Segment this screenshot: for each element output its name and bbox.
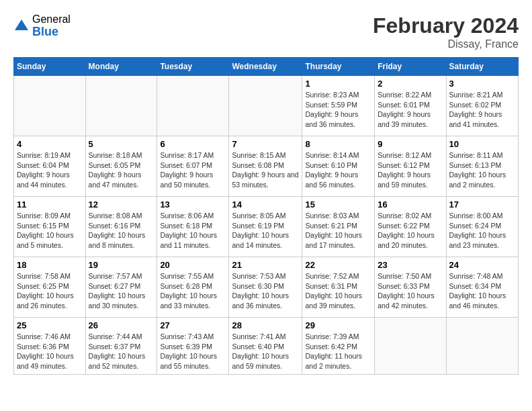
day-number: 11 xyxy=(17,199,83,210)
day-info: Sunrise: 8:18 AMSunset: 6:05 PMDaylight:… xyxy=(89,150,154,190)
calendar-cell: 14Sunrise: 8:05 AMSunset: 6:19 PMDayligh… xyxy=(229,197,302,257)
calendar-cell: 3Sunrise: 8:21 AMSunset: 6:02 PMDaylight… xyxy=(446,76,518,136)
logo: General Blue xyxy=(13,13,71,38)
day-number: 5 xyxy=(89,139,154,149)
header-row: SundayMondayTuesdayWednesdayThursdayFrid… xyxy=(14,58,519,76)
day-number: 24 xyxy=(449,260,515,270)
calendar-cell: 28Sunrise: 7:41 AMSunset: 6:40 PMDayligh… xyxy=(229,318,302,375)
day-info: Sunrise: 7:58 AMSunset: 6:25 PMDaylight:… xyxy=(17,271,83,311)
day-info: Sunrise: 7:39 AMSunset: 6:42 PMDaylight:… xyxy=(305,332,371,371)
calendar-cell: 26Sunrise: 7:44 AMSunset: 6:37 PMDayligh… xyxy=(85,318,157,375)
day-info: Sunrise: 8:02 AMSunset: 6:22 PMDaylight:… xyxy=(378,211,443,250)
day-info: Sunrise: 8:08 AMSunset: 6:16 PMDaylight:… xyxy=(89,211,154,250)
day-number: 16 xyxy=(378,199,443,210)
day-info: Sunrise: 8:05 AMSunset: 6:19 PMDaylight:… xyxy=(232,211,299,250)
day-info: Sunrise: 7:41 AMSunset: 6:40 PMDaylight:… xyxy=(232,332,299,371)
calendar-week-row: 18Sunrise: 7:58 AMSunset: 6:25 PMDayligh… xyxy=(14,257,519,318)
calendar-cell: 18Sunrise: 7:58 AMSunset: 6:25 PMDayligh… xyxy=(14,257,86,318)
calendar-cell: 4Sunrise: 8:19 AMSunset: 6:04 PMDaylight… xyxy=(14,136,86,197)
calendar-cell: 9Sunrise: 8:12 AMSunset: 6:12 PMDaylight… xyxy=(375,136,446,197)
calendar-cell: 22Sunrise: 7:52 AMSunset: 6:31 PMDayligh… xyxy=(302,257,375,318)
day-number: 25 xyxy=(17,320,83,330)
day-number: 18 xyxy=(17,260,83,270)
day-number: 4 xyxy=(17,139,83,149)
calendar-cell: 17Sunrise: 8:00 AMSunset: 6:24 PMDayligh… xyxy=(446,197,518,257)
day-info: Sunrise: 7:52 AMSunset: 6:31 PMDaylight:… xyxy=(305,271,371,311)
day-info: Sunrise: 7:55 AMSunset: 6:28 PMDaylight:… xyxy=(160,271,226,311)
header-day: Thursday xyxy=(302,58,375,76)
header-day: Tuesday xyxy=(157,58,229,76)
day-info: Sunrise: 7:46 AMSunset: 6:36 PMDaylight:… xyxy=(17,332,83,371)
header-day: Wednesday xyxy=(229,58,302,76)
calendar-week-row: 11Sunrise: 8:09 AMSunset: 6:15 PMDayligh… xyxy=(14,197,519,257)
day-number: 9 xyxy=(378,139,443,149)
day-number: 28 xyxy=(232,320,299,330)
day-info: Sunrise: 8:23 AMSunset: 5:59 PMDaylight:… xyxy=(305,90,371,130)
calendar-cell xyxy=(157,76,229,136)
calendar-week-row: 1Sunrise: 8:23 AMSunset: 5:59 PMDaylight… xyxy=(14,76,519,136)
day-number: 15 xyxy=(305,199,371,210)
calendar-cell: 29Sunrise: 7:39 AMSunset: 6:42 PMDayligh… xyxy=(302,318,375,375)
calendar-cell: 15Sunrise: 8:03 AMSunset: 6:21 PMDayligh… xyxy=(302,197,375,257)
calendar-cell: 19Sunrise: 7:57 AMSunset: 6:27 PMDayligh… xyxy=(85,257,157,318)
page-header: General Blue February 2024 Dissay, Franc… xyxy=(13,13,519,50)
day-info: Sunrise: 7:53 AMSunset: 6:30 PMDaylight:… xyxy=(232,271,299,311)
calendar-body: 1Sunrise: 8:23 AMSunset: 5:59 PMDaylight… xyxy=(14,76,519,375)
day-number: 23 xyxy=(378,260,443,270)
day-number: 21 xyxy=(232,260,299,270)
day-info: Sunrise: 8:17 AMSunset: 6:07 PMDaylight:… xyxy=(160,150,226,190)
logo-general: General xyxy=(32,13,71,26)
day-info: Sunrise: 7:50 AMSunset: 6:33 PMDaylight:… xyxy=(378,271,443,311)
day-info: Sunrise: 7:44 AMSunset: 6:37 PMDaylight:… xyxy=(89,332,154,371)
calendar-cell: 2Sunrise: 8:22 AMSunset: 6:01 PMDaylight… xyxy=(375,76,446,136)
day-number: 26 xyxy=(89,320,154,330)
calendar-cell: 11Sunrise: 8:09 AMSunset: 6:15 PMDayligh… xyxy=(14,197,86,257)
day-info: Sunrise: 8:22 AMSunset: 6:01 PMDaylight:… xyxy=(378,90,443,130)
day-number: 19 xyxy=(89,260,154,270)
logo-text: General Blue xyxy=(32,13,71,38)
day-number: 12 xyxy=(89,199,154,210)
day-number: 2 xyxy=(378,79,443,89)
calendar-week-row: 4Sunrise: 8:19 AMSunset: 6:04 PMDaylight… xyxy=(14,136,519,197)
day-number: 29 xyxy=(305,320,371,330)
calendar-cell xyxy=(85,76,157,136)
calendar-subtitle: Dissay, France xyxy=(373,38,519,50)
calendar-cell: 16Sunrise: 8:02 AMSunset: 6:22 PMDayligh… xyxy=(375,197,446,257)
day-info: Sunrise: 8:09 AMSunset: 6:15 PMDaylight:… xyxy=(17,211,83,250)
calendar-cell: 12Sunrise: 8:08 AMSunset: 6:16 PMDayligh… xyxy=(85,197,157,257)
day-number: 22 xyxy=(305,260,371,270)
calendar-cell: 7Sunrise: 8:15 AMSunset: 6:08 PMDaylight… xyxy=(229,136,302,197)
calendar-cell: 21Sunrise: 7:53 AMSunset: 6:30 PMDayligh… xyxy=(229,257,302,318)
calendar-cell: 1Sunrise: 8:23 AMSunset: 5:59 PMDaylight… xyxy=(302,76,375,136)
day-info: Sunrise: 7:48 AMSunset: 6:34 PMDaylight:… xyxy=(449,271,515,311)
calendar-cell xyxy=(375,318,446,375)
logo-blue: Blue xyxy=(32,26,71,39)
calendar-cell: 5Sunrise: 8:18 AMSunset: 6:05 PMDaylight… xyxy=(85,136,157,197)
calendar-cell: 20Sunrise: 7:55 AMSunset: 6:28 PMDayligh… xyxy=(157,257,229,318)
calendar-table: SundayMondayTuesdayWednesdayThursdayFrid… xyxy=(13,57,519,375)
day-number: 6 xyxy=(160,139,226,149)
day-info: Sunrise: 8:21 AMSunset: 6:02 PMDaylight:… xyxy=(449,90,515,130)
day-info: Sunrise: 8:15 AMSunset: 6:08 PMDaylight:… xyxy=(232,150,299,190)
header-day: Saturday xyxy=(446,58,518,76)
calendar-cell: 13Sunrise: 8:06 AMSunset: 6:18 PMDayligh… xyxy=(157,197,229,257)
day-info: Sunrise: 7:57 AMSunset: 6:27 PMDaylight:… xyxy=(89,271,154,311)
calendar-cell xyxy=(229,76,302,136)
day-number: 17 xyxy=(449,199,515,210)
calendar-cell: 6Sunrise: 8:17 AMSunset: 6:07 PMDaylight… xyxy=(157,136,229,197)
day-number: 13 xyxy=(160,199,226,210)
day-info: Sunrise: 8:14 AMSunset: 6:10 PMDaylight:… xyxy=(305,150,371,190)
day-number: 27 xyxy=(160,320,226,330)
header-day: Sunday xyxy=(14,58,86,76)
calendar-week-row: 25Sunrise: 7:46 AMSunset: 6:36 PMDayligh… xyxy=(14,318,519,375)
day-info: Sunrise: 8:06 AMSunset: 6:18 PMDaylight:… xyxy=(160,211,226,250)
day-info: Sunrise: 8:03 AMSunset: 6:21 PMDaylight:… xyxy=(305,211,371,250)
day-number: 20 xyxy=(160,260,226,270)
calendar-header: SundayMondayTuesdayWednesdayThursdayFrid… xyxy=(14,58,519,76)
calendar-title: February 2024 xyxy=(373,13,519,38)
day-info: Sunrise: 8:00 AMSunset: 6:24 PMDaylight:… xyxy=(449,211,515,250)
title-block: February 2024 Dissay, France xyxy=(373,13,519,50)
day-number: 1 xyxy=(305,79,371,89)
day-number: 14 xyxy=(232,199,299,210)
day-info: Sunrise: 8:19 AMSunset: 6:04 PMDaylight:… xyxy=(17,150,83,190)
